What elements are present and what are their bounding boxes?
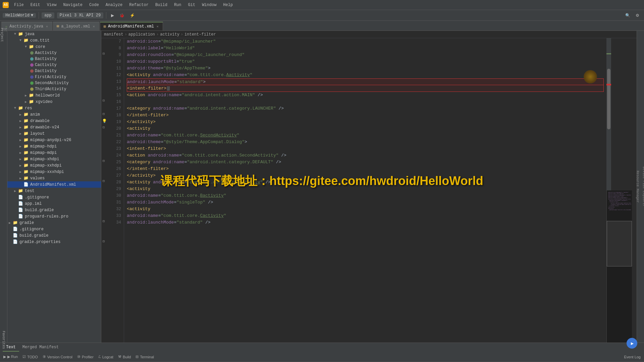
tree-xgvideo[interactable]: ▶ 📁 xgvideo bbox=[7, 99, 101, 105]
tree-build-gradle-root[interactable]: ▶ 📄 build.gradle bbox=[7, 232, 101, 239]
tree-thirdactivity-label: ThirdActivity bbox=[35, 87, 66, 92]
fold-7[interactable]: ⊟ bbox=[103, 52, 105, 56]
tree-layout[interactable]: ▶ 📁 layout bbox=[7, 130, 101, 137]
code-editor[interactable]: 7 8 9 10 11 12 13 14 15 16 17 18 19 20 bbox=[108, 38, 606, 343]
tree-java[interactable]: ▼ 📁 java bbox=[7, 31, 101, 37]
fold-13[interactable]: ⊟ bbox=[103, 112, 105, 116]
tree-test[interactable]: ▶ 📁 test bbox=[7, 188, 101, 194]
breadcrumb-activity[interactable]: activity bbox=[160, 32, 179, 37]
menu-run[interactable]: Run bbox=[173, 2, 183, 8]
project-icon[interactable]: 1: Project bbox=[1, 32, 6, 38]
menu-code[interactable]: Code bbox=[88, 2, 100, 8]
todo-btn[interactable]: ☑ TODO bbox=[20, 354, 40, 360]
tab-text[interactable]: Text bbox=[3, 344, 19, 352]
menu-refactor[interactable]: Refactor bbox=[128, 2, 150, 8]
linenum-27: 27 bbox=[109, 172, 121, 179]
event-log-btn[interactable]: Event Log bbox=[622, 354, 643, 360]
fold-23[interactable]: ⊟ bbox=[103, 179, 105, 183]
resource-manager-label[interactable]: Resource Manager bbox=[636, 168, 639, 205]
tree-helloworld[interactable]: ▶ 📁 helloworld bbox=[7, 92, 101, 99]
floating-play-btn[interactable] bbox=[627, 338, 637, 349]
tree-mipmap-xxhdpi[interactable]: ▶ 📁 mipmap-xxhdpi bbox=[7, 162, 101, 169]
cursor-blink[interactable]: | bbox=[167, 86, 170, 90]
linenum-26: 26 bbox=[109, 166, 121, 172]
tree-dactivity[interactable]: Dactivity bbox=[7, 68, 101, 74]
menu-edit[interactable]: Edit bbox=[29, 2, 42, 8]
scroll-thumb[interactable] bbox=[607, 69, 610, 130]
fold-12[interactable]: ⊟ bbox=[103, 99, 105, 103]
tree-mipmap-xxxhdpi[interactable]: ▶ 📁 mipmap-xxxhdpi bbox=[7, 169, 101, 175]
fold-20[interactable]: ⊟ bbox=[103, 159, 105, 163]
terminal-btn[interactable]: ⊟ Terminal bbox=[133, 354, 156, 360]
run-button[interactable]: ▶ bbox=[109, 12, 116, 18]
tree-values[interactable]: ▶ 📁 values bbox=[7, 175, 101, 181]
run-toolbar-btn[interactable]: ▶ ▶ Run bbox=[1, 354, 20, 360]
tree-build-gradle-app[interactable]: ▶ 📄 build.gradle bbox=[7, 207, 101, 213]
tab-manifest-close[interactable]: ✕ bbox=[156, 24, 159, 29]
tree-app-iml[interactable]: ▶ 📄 app.iml bbox=[7, 200, 101, 207]
tab-aactivity-close[interactable]: ✕ bbox=[45, 24, 49, 29]
file-gitignore-root-icon: 📄 bbox=[13, 227, 18, 232]
tree-drawable[interactable]: ▶ 📁 drawable bbox=[7, 118, 101, 124]
tree-proguard[interactable]: ▶ 📄 proguard-rules.pro bbox=[7, 213, 101, 220]
tree-core[interactable]: ▼ 📁 core bbox=[7, 44, 101, 50]
tree-firstactivity[interactable]: FirstActivity bbox=[7, 74, 101, 80]
tree-aactivity[interactable]: Aactivity bbox=[7, 50, 101, 56]
tree-gitignore-app[interactable]: ▶ 📄 .gitignore bbox=[7, 194, 101, 200]
app-config[interactable]: app bbox=[42, 12, 54, 18]
tree-anim[interactable]: ▶ 📁 anim bbox=[7, 111, 101, 118]
linenum-10: 10 bbox=[109, 58, 121, 65]
scroll-track[interactable] bbox=[606, 38, 611, 190]
breadcrumb-application[interactable]: application bbox=[128, 32, 155, 37]
tree-secondactivity[interactable]: SecondActivity bbox=[7, 80, 101, 86]
menu-view[interactable]: View bbox=[46, 2, 58, 8]
tree-cactivity[interactable]: Cactivity bbox=[7, 62, 101, 68]
tab-merged-manifest[interactable]: Merged Manifest bbox=[19, 344, 62, 352]
tab-manifest[interactable]: ⊞ AndroidManifest.xml ✕ bbox=[100, 22, 163, 31]
tree-mipmap-hdpi[interactable]: ▶ 📁 mipmap-hdpi bbox=[7, 143, 101, 149]
breadcrumb-intent-filter[interactable]: intent-filter bbox=[184, 32, 216, 37]
logcat-btn[interactable]: ℒ Logcat bbox=[96, 354, 115, 360]
tree-bactivity[interactable]: Bactivity bbox=[7, 56, 101, 62]
tree-thirdactivity[interactable]: ThirdActivity bbox=[7, 86, 101, 92]
menu-help[interactable]: Help bbox=[222, 2, 234, 8]
debug-button[interactable]: 🐞 bbox=[117, 12, 126, 18]
favorites-icon[interactable]: Favorites bbox=[1, 337, 6, 343]
menu-git[interactable]: Git bbox=[187, 2, 197, 8]
tab-aactivity[interactable]: ☕ Aactivity.java ✕ bbox=[1, 22, 52, 31]
fold-14[interactable]: ⊟ bbox=[103, 125, 105, 129]
device-file-explorer-label[interactable]: Device File Explorer bbox=[642, 164, 644, 209]
tab-layout[interactable]: ⊞ a_layout.xml ✕ bbox=[53, 22, 99, 31]
menu-navigate[interactable]: Navigate bbox=[62, 2, 84, 8]
tree-com-ttit[interactable]: ▼ 📁 com.ttit bbox=[7, 37, 101, 44]
tree-mipmap-anydpi[interactable]: ▶ 📁 mipmap-anydpi-v26 bbox=[7, 137, 101, 143]
profile-button[interactable]: ⚡ bbox=[128, 12, 137, 18]
menu-file[interactable]: File bbox=[13, 2, 25, 8]
search-button[interactable]: 🔍 bbox=[623, 12, 632, 18]
mini-map-viewport[interactable] bbox=[607, 221, 632, 266]
menu-build[interactable]: Build bbox=[154, 2, 169, 8]
tree-drawable-v24[interactable]: ▶ 📁 drawable-v24 bbox=[7, 124, 101, 130]
tree-mipmap-xhdpi[interactable]: ▶ 📁 mipmap-xhdpi bbox=[7, 156, 101, 162]
device-selector[interactable]: Pixel 3 XL API 29 bbox=[57, 12, 103, 18]
tab-layout-close[interactable]: ✕ bbox=[92, 24, 96, 29]
tree-gitignore-root[interactable]: ▶ 📄 .gitignore bbox=[7, 226, 101, 232]
tree-mipmap-mdpi[interactable]: ▶ 📁 mipmap-mdpi bbox=[7, 149, 101, 156]
profiler-btn[interactable]: ⑩ Profiler bbox=[75, 354, 96, 360]
project-selector[interactable]: HelloWorld ▼ bbox=[3, 13, 36, 18]
code-line-13: android:launchMode="standard"> bbox=[127, 78, 604, 85]
fold-32[interactable]: ⊟ bbox=[103, 239, 105, 243]
tree-manifest-xml[interactable]: ▶ 📄 AndroidManifest.xml bbox=[7, 181, 101, 188]
tree-gradle[interactable]: ▶ 📁 gradle bbox=[7, 220, 101, 226]
tree-gradle-properties[interactable]: ▶ 📄 gradle.properties bbox=[7, 239, 101, 245]
profiler-icon: ⑩ bbox=[77, 355, 80, 359]
menu-window[interactable]: Window bbox=[201, 2, 218, 8]
version-control-btn[interactable]: ⑨ Version Control bbox=[41, 354, 74, 360]
tree-res[interactable]: ▼ 📁 res bbox=[7, 105, 101, 111]
breadcrumb-manifest[interactable]: manifest bbox=[104, 32, 123, 37]
fold-29[interactable]: ⊟ bbox=[103, 219, 105, 223]
linenum-31: 31 bbox=[109, 199, 121, 206]
settings-button[interactable]: ⚙ bbox=[634, 12, 641, 18]
build-btn[interactable]: ⚒ Build bbox=[116, 354, 133, 360]
menu-analyze[interactable]: Analyze bbox=[104, 2, 124, 8]
